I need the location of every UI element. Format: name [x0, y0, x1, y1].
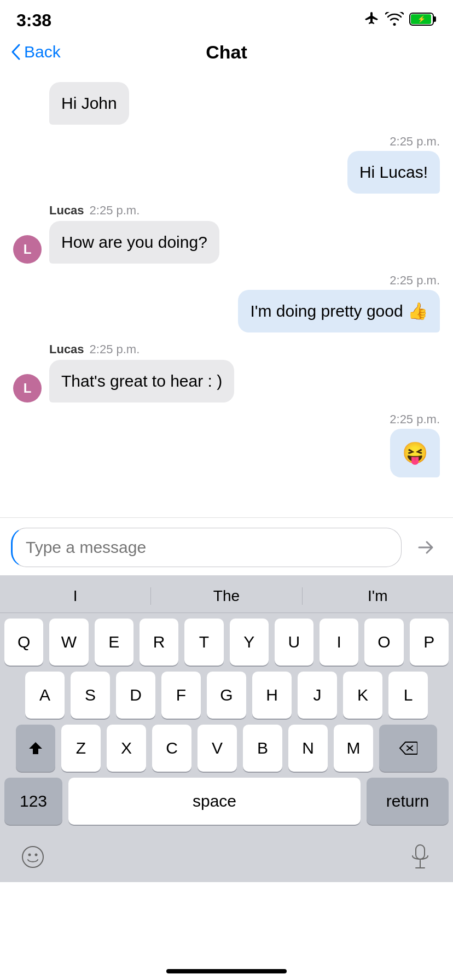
key-row-2: A S D F G H J K L	[4, 672, 449, 719]
svg-text:⚡: ⚡	[417, 15, 426, 23]
key-n[interactable]: N	[288, 725, 328, 772]
key-row-4: 123 space return	[4, 778, 449, 825]
bubble-container: Lucas 2:25 p.m. How are you doing?	[49, 203, 219, 264]
svg-point-6	[35, 854, 38, 856]
status-bar: 3:38 ⚡	[0, 0, 453, 33]
predictive-bar: I The I'm	[0, 582, 453, 613]
message-bubble: 😝	[390, 429, 440, 477]
bubble-container: Lucas 2:25 p.m. That's great to hear : )	[49, 342, 234, 402]
key-z[interactable]: Z	[61, 725, 101, 772]
emoji-button[interactable]	[16, 841, 49, 873]
bubble-container: 2:25 p.m. I'm doing pretty good 👍	[238, 273, 440, 332]
message-time: 2:25 p.m.	[390, 135, 440, 149]
key-q[interactable]: Q	[4, 619, 43, 666]
chat-area: Hi John 2:25 p.m. Hi Lucas! L Lucas 2:25…	[0, 71, 453, 547]
message-row: L Lucas 2:25 p.m. That's great to hear :…	[13, 342, 440, 402]
key-l[interactable]: L	[388, 672, 428, 719]
space-key[interactable]: space	[68, 778, 361, 825]
key-p[interactable]: P	[410, 619, 449, 666]
key-s[interactable]: S	[71, 672, 110, 719]
backspace-key[interactable]	[379, 725, 437, 772]
svg-rect-7	[416, 845, 425, 859]
key-g[interactable]: G	[207, 672, 246, 719]
svg-point-4	[22, 847, 43, 867]
key-x[interactable]: X	[107, 725, 146, 772]
avatar: L	[13, 235, 42, 264]
message-row: L Lucas 2:25 p.m. How are you doing?	[13, 203, 440, 264]
back-label: Back	[24, 43, 61, 61]
predictive-item-1[interactable]: I	[0, 587, 151, 605]
nav-title: Chat	[206, 42, 247, 63]
battery-icon: ⚡	[409, 12, 437, 28]
sender-name: Lucas	[49, 203, 84, 218]
predictive-item-2[interactable]: The	[151, 587, 302, 605]
return-key[interactable]: return	[367, 778, 449, 825]
status-time: 3:38	[16, 10, 51, 31]
key-d[interactable]: D	[116, 672, 155, 719]
keyboard-bottom	[0, 834, 453, 882]
predictive-item-3[interactable]: I'm	[303, 587, 453, 605]
home-indicator	[166, 969, 287, 973]
message-time: 2:25 p.m.	[90, 342, 140, 357]
status-icons: ⚡	[363, 11, 437, 29]
key-f[interactable]: F	[161, 672, 201, 719]
key-v[interactable]: V	[198, 725, 237, 772]
message-row: 2:25 p.m. 😝	[13, 412, 440, 477]
mic-button[interactable]	[404, 841, 437, 873]
airplane-icon	[363, 11, 380, 29]
message-meta: Lucas 2:25 p.m.	[49, 203, 140, 218]
message-bubble: Hi Lucas!	[347, 151, 440, 194]
key-t[interactable]: T	[184, 619, 223, 666]
keyboard: I The I'm Q W E R T Y U I O P A S D F G …	[0, 575, 453, 882]
message-bubble: How are you doing?	[49, 221, 219, 264]
message-row: 2:25 p.m. Hi Lucas!	[13, 135, 440, 194]
message-bubble: That's great to hear : )	[49, 360, 234, 402]
message-time: 2:25 p.m.	[390, 412, 440, 427]
send-button[interactable]	[409, 531, 442, 564]
message-row: 2:25 p.m. I'm doing pretty good 👍	[13, 273, 440, 332]
message-bubble: I'm doing pretty good 👍	[238, 290, 440, 332]
message-meta: Lucas 2:25 p.m.	[49, 342, 140, 357]
nav-bar: Back Chat	[0, 33, 453, 71]
avatar: L	[13, 374, 42, 402]
message-time: 2:25 p.m.	[90, 203, 140, 218]
message-input[interactable]	[11, 528, 402, 567]
back-button[interactable]: Back	[11, 43, 61, 61]
key-k[interactable]: K	[343, 672, 382, 719]
key-r[interactable]: R	[140, 619, 178, 666]
numbers-key[interactable]: 123	[4, 778, 62, 825]
key-e[interactable]: E	[95, 619, 133, 666]
key-c[interactable]: C	[152, 725, 191, 772]
key-j[interactable]: J	[298, 672, 337, 719]
key-y[interactable]: Y	[230, 619, 269, 666]
key-row-1: Q W E R T Y U I O P	[4, 619, 449, 666]
bubble-container: 2:25 p.m. 😝	[390, 412, 440, 477]
key-i[interactable]: I	[320, 619, 358, 666]
shift-key[interactable]	[16, 725, 55, 772]
sender-name: Lucas	[49, 342, 84, 357]
key-b[interactable]: B	[243, 725, 282, 772]
key-m[interactable]: M	[334, 725, 373, 772]
bubble-container: Hi John	[49, 82, 129, 125]
key-rows: Q W E R T Y U I O P A S D F G H J K L	[0, 613, 453, 834]
svg-rect-1	[433, 16, 436, 22]
message-row: Hi John	[13, 82, 440, 125]
key-o[interactable]: O	[364, 619, 403, 666]
message-bubble: Hi John	[49, 82, 129, 125]
key-a[interactable]: A	[25, 672, 65, 719]
bubble-container: 2:25 p.m. Hi Lucas!	[347, 135, 440, 194]
input-area	[0, 517, 453, 577]
key-u[interactable]: U	[275, 619, 313, 666]
key-row-3: Z X C V B N M	[4, 725, 449, 772]
key-h[interactable]: H	[252, 672, 292, 719]
key-w[interactable]: W	[49, 619, 88, 666]
svg-point-5	[28, 854, 31, 856]
message-time: 2:25 p.m.	[390, 273, 440, 288]
wifi-icon	[385, 12, 404, 28]
